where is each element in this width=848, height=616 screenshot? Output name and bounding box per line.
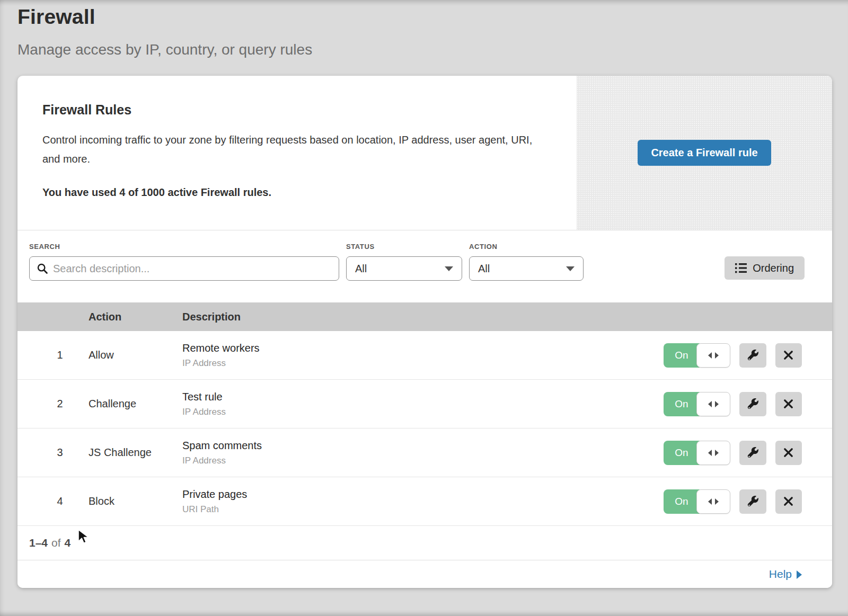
rule-enabled-toggle[interactable]: On — [664, 489, 730, 514]
arrow-left-icon — [708, 450, 712, 456]
rule-priority: 2 — [17, 398, 89, 410]
action-select-value: All — [478, 263, 490, 275]
rule-match-type: IP Address — [182, 456, 664, 466]
pagination-total: 4 — [65, 537, 71, 549]
filters-bar: SEARCH STATUS All ACTION All — [17, 230, 832, 302]
rule-action: Block — [89, 495, 182, 507]
arrow-right-icon — [715, 401, 719, 407]
arrow-left-icon — [708, 498, 712, 505]
card-description: Control incoming traffic to your zone by… — [42, 130, 546, 168]
search-input-wrap — [29, 256, 339, 281]
search-icon — [37, 263, 48, 274]
rule-controls: On — [664, 392, 832, 416]
ordering-button[interactable]: Ordering — [725, 256, 805, 280]
firewall-rules-info: Firewall Rules Control incoming traffic … — [17, 76, 577, 230]
close-icon — [783, 399, 793, 409]
toggle-handle[interactable] — [696, 489, 730, 514]
card-heading: Firewall Rules — [42, 102, 550, 118]
rule-controls: On — [664, 489, 832, 514]
card-footer: Help — [17, 560, 832, 588]
table-row: 1 Allow Remote workers IP Address On — [17, 331, 832, 380]
delete-rule-button[interactable] — [775, 392, 802, 416]
status-select-value: All — [355, 263, 367, 275]
edit-rule-button[interactable] — [739, 489, 766, 514]
firewall-page: Firewall Manage access by IP, country, o… — [0, 0, 848, 58]
rule-match-type: IP Address — [182, 407, 664, 417]
rule-action: Allow — [89, 349, 182, 361]
close-icon — [783, 448, 793, 458]
table-row: 4 Block Private pages URI Path On — [17, 477, 832, 526]
rule-controls: On — [664, 343, 832, 368]
search-filter: SEARCH — [29, 243, 339, 281]
rule-description: Spam comments — [182, 440, 664, 452]
rule-description: Test rule — [182, 391, 664, 403]
action-select[interactable]: All — [469, 256, 584, 281]
rule-controls: On — [664, 441, 832, 465]
action-column-header: Action — [89, 311, 182, 323]
arrow-right-icon — [715, 498, 719, 505]
toggle-handle[interactable] — [696, 392, 730, 416]
wrench-icon — [747, 496, 758, 507]
arrow-left-icon — [708, 352, 712, 359]
toggle-on-label: On — [664, 392, 700, 416]
page-subtitle: Manage access by IP, country, or query r… — [17, 41, 832, 58]
rule-match-type: URI Path — [182, 504, 664, 515]
action-filter: ACTION All — [469, 243, 584, 281]
arrow-right-icon — [715, 352, 719, 359]
status-label: STATUS — [346, 243, 462, 251]
rule-action: Challenge — [89, 398, 182, 410]
rule-priority: 1 — [17, 349, 89, 361]
delete-rule-button[interactable] — [775, 489, 802, 514]
table-header: Action Description — [17, 302, 832, 331]
rules-usage-text: You have used 4 of 1000 active Firewall … — [42, 186, 550, 199]
table-row: 2 Challenge Test rule IP Address On — [17, 380, 832, 428]
table-body: 1 Allow Remote workers IP Address On — [17, 331, 832, 526]
rule-description-cell: Remote workers IP Address — [182, 342, 664, 369]
rule-description-cell: Spam comments IP Address — [182, 440, 664, 466]
rule-description-cell: Test rule IP Address — [182, 391, 664, 417]
toggle-handle[interactable] — [696, 343, 730, 368]
help-link[interactable]: Help — [769, 568, 802, 581]
wrench-icon — [747, 398, 758, 409]
rule-enabled-toggle[interactable]: On — [664, 343, 730, 368]
chevron-down-icon — [445, 266, 453, 271]
rule-enabled-toggle[interactable]: On — [664, 392, 730, 416]
wrench-icon — [747, 350, 758, 361]
ordering-button-label: Ordering — [753, 262, 794, 274]
delete-rule-button[interactable] — [775, 343, 802, 368]
pagination: 1–4 of 4 — [17, 526, 832, 560]
rule-action: JS Challenge — [89, 447, 182, 459]
rules-table: Action Description 1 Allow Remote worker… — [17, 302, 832, 526]
description-column-header: Description — [182, 311, 664, 323]
page-title: Firewall — [17, 5, 832, 29]
search-input[interactable] — [53, 263, 331, 275]
toggle-on-label: On — [664, 489, 700, 514]
toggle-handle[interactable] — [696, 441, 730, 465]
arrow-right-icon — [715, 450, 719, 456]
action-label: ACTION — [469, 243, 584, 251]
rule-enabled-toggle[interactable]: On — [664, 441, 730, 465]
pagination-of: of — [51, 537, 61, 549]
edit-rule-button[interactable] — [739, 343, 766, 368]
edit-rule-button[interactable] — [739, 441, 766, 465]
edit-rule-button[interactable] — [739, 392, 766, 416]
status-filter: STATUS All — [346, 243, 462, 281]
firewall-rules-summary-section: Firewall Rules Control incoming traffic … — [17, 76, 832, 230]
table-row: 3 JS Challenge Spam comments IP Address … — [17, 428, 832, 477]
pagination-range: 1–4 — [29, 537, 48, 549]
status-select[interactable]: All — [346, 256, 462, 281]
help-link-label: Help — [769, 568, 792, 581]
create-firewall-rule-button[interactable]: Create a Firewall rule — [638, 140, 771, 166]
search-label: SEARCH — [29, 243, 339, 251]
toggle-on-label: On — [664, 441, 700, 465]
firewall-rules-card: Firewall Rules Control incoming traffic … — [17, 76, 832, 588]
delete-rule-button[interactable] — [775, 441, 802, 465]
create-rule-panel: Create a Firewall rule — [577, 76, 832, 230]
rule-match-type: IP Address — [182, 358, 664, 369]
arrow-left-icon — [708, 401, 712, 407]
wrench-icon — [747, 447, 758, 458]
rule-priority: 4 — [17, 495, 89, 507]
close-icon — [783, 496, 793, 506]
rule-description: Private pages — [182, 488, 664, 501]
rule-description-cell: Private pages URI Path — [182, 488, 664, 515]
